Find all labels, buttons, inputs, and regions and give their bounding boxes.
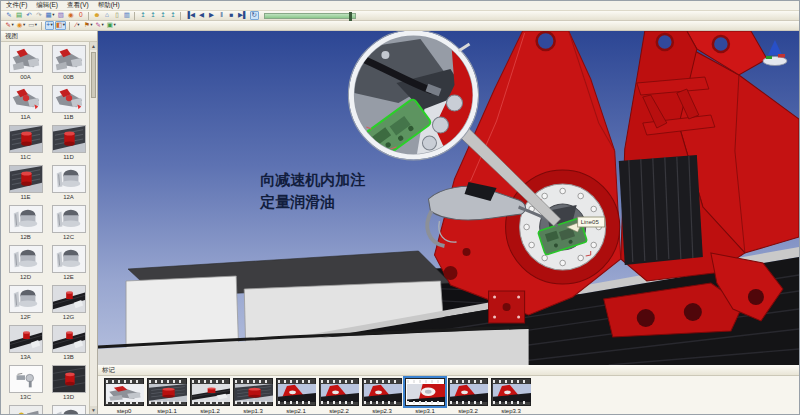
view-thumbnail[interactable] bbox=[52, 245, 86, 273]
view-thumbnail[interactable] bbox=[9, 125, 43, 153]
home-view-button[interactable]: ⌂ bbox=[102, 11, 111, 20]
play-button[interactable]: ▶ bbox=[207, 11, 216, 20]
toolbar-separator bbox=[134, 12, 135, 20]
view-thumbnail[interactable] bbox=[52, 85, 86, 113]
view-thumbnail[interactable] bbox=[52, 165, 86, 193]
step-label: step1.3 bbox=[233, 408, 273, 414]
view-thumbnail[interactable] bbox=[9, 85, 43, 113]
slider-handle[interactable] bbox=[349, 12, 352, 21]
view-thumbnail[interactable] bbox=[9, 205, 43, 233]
view-thumbnail[interactable] bbox=[52, 45, 86, 73]
step-back-button[interactable]: ◀ bbox=[197, 11, 206, 20]
menu-item-1[interactable]: 编辑(E) bbox=[36, 1, 58, 10]
scrollbar-thumb[interactable] bbox=[91, 52, 96, 98]
menu-item-0[interactable]: 文件(F) bbox=[6, 1, 27, 10]
menu-item-3[interactable]: 帮助(H) bbox=[98, 1, 120, 10]
view-item: 11C bbox=[5, 125, 46, 165]
flag-tool-icon: ⚑ bbox=[84, 22, 90, 29]
view-thumbnail[interactable] bbox=[52, 125, 86, 153]
step-label: step1.2 bbox=[190, 408, 230, 414]
redo-button[interactable]: ↷ bbox=[35, 11, 44, 20]
go-start-button[interactable]: ▐◀ bbox=[184, 11, 196, 20]
step-thumbnail[interactable] bbox=[147, 378, 187, 406]
step-label: step2.3 bbox=[362, 408, 402, 414]
step-thumbnail[interactable] bbox=[448, 378, 488, 406]
export-2-button[interactable]: ↥ bbox=[148, 11, 157, 20]
view-thumbnail[interactable] bbox=[9, 325, 43, 353]
menu-item-2[interactable]: 查看(V) bbox=[67, 1, 89, 10]
avatar-button[interactable]: ☻ bbox=[92, 11, 101, 20]
view-thumbnail[interactable] bbox=[52, 365, 86, 393]
loop-button[interactable]: ↻ bbox=[250, 11, 259, 20]
view-item: 12F bbox=[5, 285, 46, 325]
scroll-down-icon[interactable]: ▼ bbox=[90, 406, 97, 414]
view-item: 00A bbox=[5, 45, 46, 85]
step-thumbnail[interactable] bbox=[190, 378, 230, 406]
view-label: 13A bbox=[5, 354, 46, 360]
timeline-step[interactable]: step3.3 bbox=[491, 378, 531, 414]
flag-tool-button[interactable]: ⚑▾ bbox=[83, 21, 94, 30]
application-window: 文件(F)编辑(E)查看(V)帮助(H) ✎▤↶↷▦▾▧◉0☻⌂▯▥↥↥↥↥▐◀… bbox=[0, 0, 800, 415]
layers-icon: ▤ bbox=[16, 12, 22, 19]
step-thumbnail[interactable] bbox=[104, 378, 144, 406]
animation-progress-slider[interactable] bbox=[264, 13, 356, 19]
document-button[interactable]: ▯ bbox=[112, 11, 121, 20]
view-thumbnail[interactable] bbox=[9, 45, 43, 73]
pause-button[interactable]: ‖ bbox=[217, 11, 226, 20]
view-thumbnail[interactable] bbox=[9, 245, 43, 273]
step-thumbnail[interactable] bbox=[362, 378, 402, 406]
palette-tool-button[interactable]: ▣▾ bbox=[106, 21, 117, 30]
viewport-3d[interactable]: Line05 bbox=[98, 31, 799, 365]
timeline-step[interactable]: step1.3 bbox=[233, 378, 273, 414]
timeline-step[interactable]: step0 bbox=[104, 378, 144, 414]
pen-tool-button[interactable]: ✎▾ bbox=[5, 21, 15, 30]
image-capture-button[interactable]: ▧ bbox=[56, 11, 65, 20]
line-tool-button[interactable]: ∕▾ bbox=[73, 21, 82, 30]
eraser-tool-button[interactable]: ▭▾ bbox=[27, 21, 38, 30]
timeline-step[interactable]: step1.2 bbox=[190, 378, 230, 414]
toolbar-separator bbox=[88, 12, 89, 20]
view-thumbnail[interactable] bbox=[9, 285, 43, 313]
reset-view-button[interactable]: 0 bbox=[76, 11, 85, 20]
step-label: step3.3 bbox=[491, 408, 531, 414]
view-thumbnail[interactable] bbox=[52, 405, 86, 414]
step-thumbnail[interactable] bbox=[276, 378, 316, 406]
workspace-button[interactable]: ▥ bbox=[122, 11, 131, 20]
view-item bbox=[48, 405, 89, 414]
timeline-step[interactable]: step3.2 bbox=[448, 378, 488, 414]
step-thumbnail[interactable] bbox=[491, 378, 531, 406]
export-3-button[interactable]: ↥ bbox=[158, 11, 167, 20]
timeline-step[interactable]: step2.2 bbox=[319, 378, 359, 414]
marker-tool-button[interactable]: ◉▾ bbox=[16, 21, 26, 30]
export-4-button[interactable]: ↥ bbox=[168, 11, 177, 20]
step-thumbnail[interactable] bbox=[233, 378, 273, 406]
camera-button[interactable]: ◉ bbox=[66, 11, 75, 20]
view-thumbnail[interactable] bbox=[52, 285, 86, 313]
view-thumbnail[interactable] bbox=[9, 405, 43, 414]
timeline-step[interactable]: step2.1 bbox=[276, 378, 316, 414]
view-thumbnail[interactable] bbox=[9, 165, 43, 193]
layers-button[interactable]: ▤ bbox=[15, 11, 24, 20]
sketch-tool-button[interactable]: ✎ bbox=[5, 11, 14, 20]
fill-tool-button[interactable]: ◧▾ bbox=[55, 21, 66, 30]
go-end-button[interactable]: ▶▌ bbox=[237, 11, 249, 20]
timeline-step[interactable]: step2.3 bbox=[362, 378, 402, 414]
export-1-button[interactable]: ↥ bbox=[138, 11, 147, 20]
view-thumbnail[interactable] bbox=[9, 365, 43, 393]
stroke-tool-button[interactable]: ✎▾ bbox=[95, 21, 105, 30]
views-scrollbar[interactable]: ▲ ▼ bbox=[89, 42, 97, 414]
view-layout-button[interactable]: ▦▾ bbox=[45, 11, 56, 20]
stop-button[interactable]: ■ bbox=[227, 11, 236, 20]
timeline-step[interactable]: step3.1 bbox=[405, 378, 445, 414]
workspace-icon: ▥ bbox=[124, 12, 130, 19]
view-thumbnail[interactable] bbox=[52, 325, 86, 353]
move-tool-button[interactable]: +▾ bbox=[45, 21, 54, 30]
step-thumbnail[interactable] bbox=[319, 378, 359, 406]
view-thumbnail[interactable] bbox=[52, 205, 86, 233]
scroll-up-icon[interactable]: ▲ bbox=[90, 42, 97, 50]
detail-callout[interactable] bbox=[348, 31, 478, 161]
views-list: 00A00B11A11B11C11D11E12A12B12C12D12E12F1… bbox=[1, 42, 97, 414]
undo-button[interactable]: ↶ bbox=[25, 11, 34, 20]
step-thumbnail[interactable] bbox=[405, 378, 445, 406]
timeline-step[interactable]: step1.1 bbox=[147, 378, 187, 414]
